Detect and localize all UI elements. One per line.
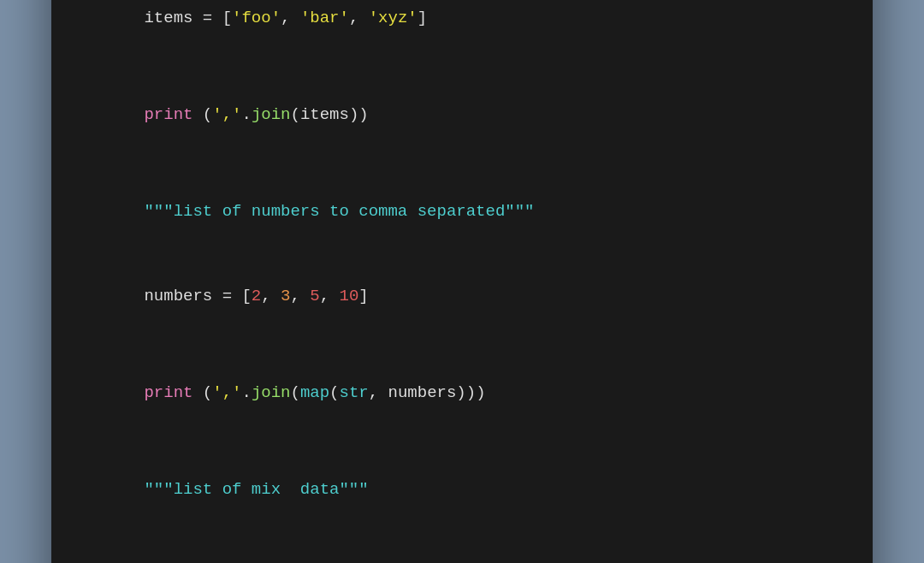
join-sep2: ','	[212, 383, 241, 402]
blank-line	[86, 158, 838, 170]
map-fn1: map	[300, 383, 329, 402]
join-sep1: ','	[212, 105, 241, 124]
paren1: (	[203, 105, 212, 124]
paren-items: (items))	[290, 105, 368, 124]
sep2: ,	[290, 287, 310, 305]
dot-join2: .	[241, 383, 251, 402]
code-line-numbers-assign: numbers = [2, 3, 5, 10]	[86, 255, 838, 338]
num-5: 5	[310, 287, 319, 305]
eq1: = [	[203, 9, 232, 27]
code-line-print2: print (','.join(map(str, numbers)))	[86, 351, 838, 434]
num-2a: 2	[252, 287, 261, 305]
num-3: 3	[281, 287, 290, 305]
num-10: 10	[340, 287, 359, 305]
str-fn1: str	[340, 383, 369, 402]
sep1: ,	[261, 287, 281, 305]
close-bracket1: ]	[418, 9, 427, 27]
var-numbers: numbers = [	[144, 287, 251, 305]
code-window: """converts list to comma separated stri…	[51, 0, 873, 563]
code-editor: """converts list to comma separated stri…	[51, 0, 873, 563]
code-line-data-assign: data = [2, 'hello', 3, 3.4]	[86, 532, 838, 563]
comma2: ,	[349, 9, 369, 27]
str-xyz: 'xyz'	[369, 9, 418, 27]
join-method2: join	[252, 383, 291, 402]
code-line-docstring2: """list of numbers to comma separated"""	[86, 170, 838, 253]
close-bracket2: ]	[358, 287, 368, 305]
map-open: (	[290, 383, 299, 402]
paren2: (	[203, 383, 212, 402]
str-foo: 'foo'	[232, 9, 281, 27]
code-line-items-assign: items = ['foo', 'bar', 'xyz']	[86, 0, 838, 60]
docstring3-text: """list of mix data"""	[144, 480, 368, 499]
blank-line	[86, 339, 838, 351]
dot-join1: .	[241, 105, 251, 124]
print-kw2: print	[144, 383, 202, 402]
var-items: items	[144, 9, 202, 27]
join-method1: join	[252, 105, 291, 124]
paren3: (	[329, 383, 339, 402]
docstring2-text: """list of numbers to comma separated"""	[144, 202, 534, 221]
code-line-print1: print (','.join(items))	[86, 74, 838, 157]
str-bar: 'bar'	[300, 9, 349, 27]
blank-line	[86, 436, 838, 447]
sep3: ,	[320, 287, 340, 305]
blank-line	[86, 62, 838, 74]
comma1: ,	[281, 9, 300, 27]
code-line-docstring3: """list of mix data"""	[86, 447, 838, 530]
print-kw1: print	[144, 105, 202, 124]
comma-numbers: , numbers)))	[369, 383, 486, 402]
